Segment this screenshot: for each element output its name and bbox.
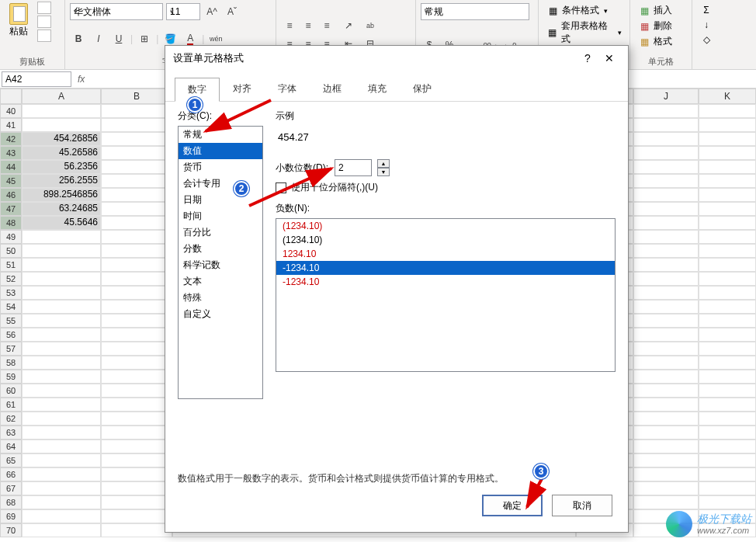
column-header[interactable]: K <box>699 89 756 104</box>
close-button[interactable]: ✕ <box>598 49 620 68</box>
row-header[interactable]: 52 <box>0 272 22 286</box>
cell[interactable] <box>22 467 101 481</box>
cell[interactable] <box>101 370 172 384</box>
cell[interactable] <box>101 467 172 481</box>
fill-button[interactable]: ↓ <box>697 18 745 32</box>
cell[interactable] <box>633 467 699 481</box>
cell[interactable]: 56.2356 <box>22 160 101 174</box>
cell[interactable] <box>699 286 756 300</box>
cell[interactable]: 45.5646 <box>22 216 101 230</box>
row-header[interactable]: 45 <box>0 174 22 188</box>
cell[interactable] <box>22 426 101 440</box>
fx-button[interactable]: fx <box>73 74 89 85</box>
cell[interactable] <box>699 160 756 174</box>
cell[interactable] <box>699 146 756 160</box>
cell[interactable] <box>101 453 172 467</box>
dialog-tab[interactable]: 字体 <box>265 77 310 101</box>
cell[interactable] <box>22 384 101 398</box>
font-size-combo[interactable]: 11▾ <box>166 3 200 20</box>
cell[interactable] <box>699 495 756 509</box>
category-item[interactable]: 特殊 <box>179 290 262 306</box>
cell[interactable] <box>22 286 101 300</box>
row-header[interactable]: 63 <box>0 426 22 440</box>
cell[interactable] <box>22 398 101 412</box>
format-painter-button[interactable] <box>37 30 51 42</box>
row-header[interactable]: 54 <box>0 300 22 314</box>
cell[interactable] <box>633 244 699 258</box>
cell[interactable] <box>699 356 756 370</box>
row-header[interactable]: 61 <box>0 398 22 412</box>
cell[interactable] <box>699 453 756 467</box>
cell[interactable] <box>101 440 172 453</box>
category-item[interactable]: 科学记数 <box>179 257 262 273</box>
negative-format-item[interactable]: -1234.10 <box>276 275 615 289</box>
cell[interactable] <box>633 160 699 174</box>
cell[interactable] <box>22 300 101 314</box>
row-header[interactable]: 48 <box>0 216 22 230</box>
help-button[interactable]: ? <box>577 49 598 68</box>
negative-format-item[interactable]: 1234.10 <box>276 247 615 261</box>
cell[interactable] <box>633 384 699 398</box>
row-header[interactable]: 53 <box>0 286 22 300</box>
wrap-text-button[interactable]: ab <box>362 17 379 34</box>
row-header[interactable]: 65 <box>0 453 22 467</box>
cell[interactable] <box>699 467 756 481</box>
cell[interactable] <box>699 370 756 384</box>
category-item[interactable]: 会计专用 <box>179 175 262 192</box>
thousand-separator-checkbox[interactable]: 使用千位分隔符(,)(U) <box>276 181 616 194</box>
cell[interactable] <box>633 188 699 202</box>
cell[interactable] <box>633 146 699 160</box>
table-format-button[interactable]: ▦套用表格格式▾ <box>543 19 625 47</box>
cell[interactable] <box>633 440 699 453</box>
cell[interactable] <box>633 412 699 426</box>
cell[interactable] <box>699 412 756 426</box>
cell[interactable] <box>633 272 699 286</box>
cell[interactable] <box>22 440 101 453</box>
cell[interactable] <box>699 104 756 118</box>
cell[interactable] <box>101 202 172 216</box>
cell[interactable] <box>699 300 756 314</box>
cell[interactable] <box>22 244 101 258</box>
cell[interactable] <box>101 314 172 328</box>
format-cells-button[interactable]: ▦格式 <box>635 34 687 49</box>
cell[interactable] <box>101 230 172 244</box>
autosum-button[interactable]: Σ <box>697 3 745 17</box>
cell[interactable]: 45.26586 <box>22 146 101 160</box>
negative-format-item[interactable]: (1234.10) <box>276 233 615 247</box>
decrease-font-button[interactable]: Aˇ <box>224 3 241 20</box>
dialog-tab[interactable]: 保护 <box>400 77 445 101</box>
spinner-up[interactable]: ▲ <box>377 159 390 168</box>
cell[interactable] <box>101 300 172 314</box>
cell[interactable] <box>101 426 172 440</box>
row-header[interactable]: 43 <box>0 146 22 160</box>
negative-format-item[interactable]: (1234.10) <box>276 219 615 233</box>
cell[interactable] <box>22 328 101 342</box>
row-header[interactable]: 60 <box>0 384 22 398</box>
cell[interactable] <box>22 481 101 495</box>
cell[interactable] <box>699 258 756 272</box>
cell[interactable] <box>101 258 172 272</box>
cell[interactable] <box>101 328 172 342</box>
cell[interactable] <box>699 272 756 286</box>
cell[interactable] <box>22 314 101 328</box>
cell[interactable] <box>699 188 756 202</box>
row-header[interactable]: 46 <box>0 188 22 202</box>
cell[interactable] <box>101 160 172 174</box>
cell[interactable] <box>633 314 699 328</box>
row-header[interactable]: 44 <box>0 160 22 174</box>
cell[interactable] <box>101 356 172 370</box>
category-item[interactable]: 日期 <box>179 192 262 208</box>
paste-button[interactable]: 粘贴 <box>5 2 33 56</box>
underline-button[interactable]: U <box>110 30 127 47</box>
dialog-tab[interactable]: 边框 <box>310 77 355 101</box>
cell[interactable] <box>633 453 699 467</box>
column-header[interactable] <box>0 89 22 104</box>
column-header[interactable]: J <box>633 89 699 104</box>
cell[interactable] <box>22 412 101 426</box>
row-header[interactable]: 50 <box>0 244 22 258</box>
dialog-tab[interactable]: 对齐 <box>220 77 265 101</box>
cell[interactable] <box>699 426 756 440</box>
name-box[interactable]: A42 <box>2 71 71 87</box>
row-header[interactable]: 42 <box>0 132 22 146</box>
cell[interactable] <box>633 356 699 370</box>
